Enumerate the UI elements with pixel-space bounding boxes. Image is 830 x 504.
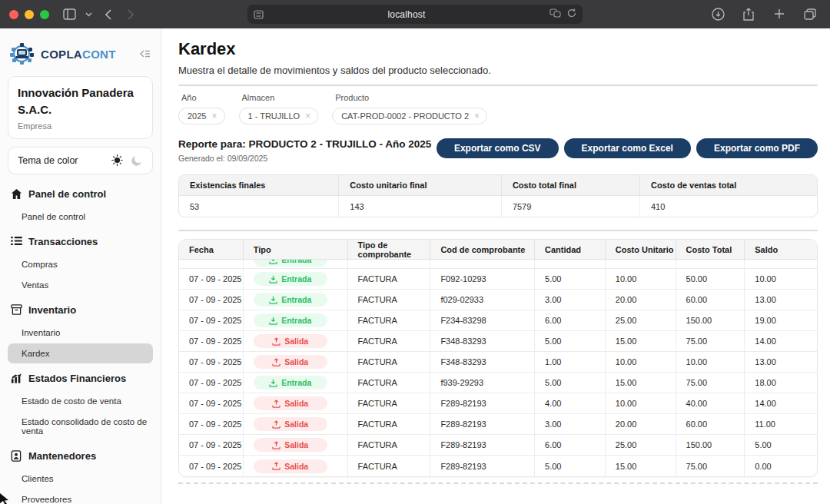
summary-value: 143 [339,196,502,217]
chevron-down-icon[interactable] [83,5,94,24]
cell-tipo: Entrada [244,310,348,331]
cell-fecha: 07 - 09 - 2025 [179,352,244,373]
cell-saldo: 11.00 [745,414,817,435]
cell-tipo_comprobante: FACTURA [348,310,431,331]
cell-fecha: 07 - 09 - 2025 [179,373,244,393]
cell-tipo: Salida [244,331,348,352]
translate-icon[interactable] [549,8,561,20]
cell-tipo_comprobante: FACTURA [348,414,431,435]
cell-cantidad: 5.00 [535,373,606,393]
sidebar-item-proveedores[interactable]: Proveedores [8,489,153,504]
reader-page-icon[interactable] [254,10,264,19]
cell-costo_unitario: 25.00 [606,310,676,331]
nav-section-label: Mantenedores [28,450,96,462]
chip-remove-icon[interactable]: × [211,111,217,121]
cell-costo_total: 150.00 [676,310,745,331]
cell-costo_unitario: 25.00 [606,435,676,456]
cell-costo_total: 75.00 [676,456,745,476]
filter-chip[interactable]: 2025× [178,108,225,124]
nav-section-label: Inventario [28,304,76,316]
sidebar-item-estado-consolidado-de-costo-de-venta[interactable]: Estado consolidado de costo de venta [8,412,153,441]
reload-icon[interactable] [567,8,576,20]
sidebar-item-ventas[interactable]: Ventas [8,275,153,295]
tray-upload-icon [272,462,281,470]
nav-section-header: Mantenedores [8,444,153,468]
nav-section: TransaccionesComprasVentas [8,230,153,295]
filter-bar: Año2025×Almacen1 - TRUJILLO×ProductoCAT-… [178,93,818,124]
chip-remove-icon[interactable]: × [474,111,480,121]
minimize-window-button[interactable] [25,10,34,19]
nav-section: Estados FinancierosEstado de costo de ve… [8,366,153,441]
window-controls [9,10,49,19]
share-icon[interactable] [739,5,758,23]
export-excel-button[interactable]: Exportar como Excel [564,138,691,158]
sidebar: COPLACONT Innovación Panadera S.A.C. Emp… [0,28,161,504]
column-header: Costo Unitario [606,240,676,260]
summary-value: 53 [179,196,339,217]
cell-cod_comprobante: F348-83293 [430,331,535,352]
new-tab-icon[interactable] [770,5,788,23]
downloads-icon[interactable] [709,5,727,23]
sidebar-toggle-icon[interactable] [60,5,78,24]
tray-upload-icon [272,400,281,408]
cell-cod_comprobante: F289-82193 [430,456,535,476]
sidebar-nav: Panel de controlPanel de controlTransacc… [8,182,153,504]
close-window-button[interactable] [9,10,18,19]
table-row: 07 - 09 - 2025EntradaFACTURAF092-102935.… [179,269,817,290]
table-row: 07 - 09 - 2025SalidaFACTURAF348-832935.0… [179,331,817,352]
cell-saldo: 13.00 [745,352,817,373]
filter-label: Almacen [242,93,319,102]
export-csv-button[interactable]: Exportar como CSV [437,138,559,158]
sidebar-item-panel-de-control[interactable]: Panel de control [8,207,153,227]
theme-card: Tema de color [8,147,153,174]
chip-remove-icon[interactable]: × [305,111,310,121]
sidebar-item-kardex[interactable]: Kardex [8,343,153,363]
brand-wordmark: COPLACONT [41,48,116,61]
cell-saldo: 13.00 [745,290,817,310]
cell-tipo_comprobante: FACTURA [348,290,431,310]
export-pdf-button[interactable]: Exportar como PDF [696,138,818,158]
nav-section-header: Transacciones [8,230,153,254]
salida-badge: Salida [254,355,327,369]
column-header: Tipo [244,240,348,260]
sidebar-item-estado-de-costo-de-venta[interactable]: Estado de costo de venta [8,391,153,411]
cell-tipo_comprobante: FACTURA [348,373,431,393]
salida-badge: Salida [254,334,327,348]
tray-download-icon [269,275,277,284]
divider [178,482,818,484]
tab-overview-icon[interactable] [801,5,819,23]
sidebar-item-inventario[interactable]: Inventario [8,323,153,343]
cell-costo_total: 40.00 [676,393,745,414]
sidebar-collapse-icon[interactable] [139,49,151,58]
forward-icon[interactable] [121,5,140,24]
cell-cod_comprobante: f939-29293 [430,373,535,393]
filter-chip[interactable]: 1 - TRUJILLO× [239,108,319,124]
cell-cantidad: 3.00 [535,290,606,310]
moon-icon[interactable] [131,154,143,167]
coplacont-logo-icon [9,42,35,65]
cell-costo_unitario: 10.00 [606,269,676,290]
report-title: Reporte para: PRODUCTO 2 - TRUJILLO - Añ… [178,138,431,150]
cell-tipo: Entrada [244,290,348,310]
column-header: Fecha [179,240,244,260]
address-bar[interactable]: localhost [247,5,583,24]
filter-chip[interactable]: CAT-PROD-0002 - PRODUCTO 2× [332,108,487,124]
sun-icon[interactable] [111,154,123,166]
cell-costo_total: 75.00 [676,373,745,393]
sidebar-item-clientes[interactable]: Clientes [8,469,153,489]
back-icon[interactable] [98,5,117,24]
cell-cod_comprobante: F234-83298 [430,310,535,331]
cell-cod_comprobante: F092-10293 [430,269,535,290]
table-row: 07 - 09 - 2025SalidaFACTURAF289-821933.0… [179,414,817,435]
chart-icon [11,373,22,384]
cell-tipo_comprobante: FACTURA [348,269,431,290]
sidebar-item-compras[interactable]: Compras [8,254,153,274]
table-row: 07 - 09 - 2025SalidaFACTURAF289-821936.0… [179,435,817,456]
cell-tipo: Salida [244,352,348,373]
inventory-icon [11,304,22,316]
filter-chip-value: 1 - TRUJILLO [248,111,300,121]
zoom-window-button[interactable] [40,10,49,19]
cell-costo_unitario: 20.00 [606,414,676,435]
main-content: Kardex Muestra el detalle de movimientos… [161,28,830,504]
cell-tipo_comprobante: FACTURA [348,352,431,373]
